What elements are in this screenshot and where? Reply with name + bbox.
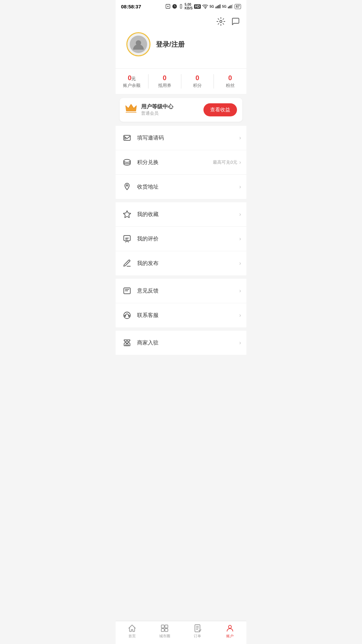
- points-exchange-chevron: ›: [239, 159, 241, 165]
- menu-group-2: 我的收藏 › 我的评价 › 我的发布 ›: [116, 202, 246, 275]
- view-earnings-button[interactable]: 查看收益: [203, 103, 237, 116]
- balance-label: 账户余额: [123, 83, 140, 89]
- menu-item-merchant[interactable]: 商家入驻 ›: [116, 331, 246, 355]
- favorites-chevron: ›: [239, 211, 241, 217]
- svg-rect-25: [165, 629, 168, 632]
- service-icon: [121, 309, 133, 321]
- svg-rect-24: [162, 629, 165, 632]
- svg-point-12: [220, 20, 222, 23]
- menu-item-reviews[interactable]: 我的评价 ›: [116, 227, 246, 251]
- feedback-icon: [121, 285, 133, 297]
- points-exchange-text: 积分兑换: [137, 159, 213, 166]
- balance-value: 0元: [128, 74, 136, 82]
- favorites-icon: [121, 208, 133, 220]
- status-icons: 5.00KB/S HD 5G 5G 67: [165, 3, 241, 10]
- publish-icon: [121, 257, 133, 269]
- header-icons: [121, 16, 241, 27]
- nav-label-circle: 城市圈: [159, 634, 170, 639]
- menu-item-service[interactable]: 联系客服 ›: [116, 303, 246, 327]
- svg-point-3: [205, 8, 206, 9]
- vip-subtitle: 普通会员: [141, 110, 173, 116]
- svg-rect-2: [180, 4, 182, 8]
- vip-card: 用户等级中心 普通会员 查看收益: [120, 98, 242, 122]
- menu-group-1: 填写邀请码 › 积分兑换 最高可兑0元 › 收货地址 ›: [116, 126, 246, 199]
- coupon-label: 抵用券: [158, 83, 171, 89]
- address-text: 收货地址: [137, 183, 239, 191]
- merchant-chevron: ›: [239, 340, 241, 346]
- vip-left: 用户等级中心 普通会员: [125, 103, 173, 116]
- settings-button[interactable]: [216, 16, 226, 27]
- service-text: 联系客服: [137, 312, 239, 319]
- nav-item-circle[interactable]: 城市圈: [148, 624, 181, 639]
- crown-icon: [125, 104, 137, 116]
- svg-rect-6: [218, 5, 219, 8]
- vip-card-wrapper: 用户等级中心 普通会员 查看收益: [116, 94, 246, 126]
- profile-section: 登录/注册: [121, 32, 241, 63]
- nav-item-account[interactable]: 账户: [214, 624, 247, 639]
- svg-rect-22: [162, 625, 165, 628]
- stat-coupon[interactable]: 0 抵用券: [148, 74, 181, 89]
- publish-chevron: ›: [239, 260, 241, 266]
- svg-rect-10: [231, 5, 232, 8]
- reviews-text: 我的评价: [137, 235, 239, 243]
- invite-chevron: ›: [239, 135, 241, 141]
- stat-fans[interactable]: 0 粉丝: [214, 74, 246, 89]
- vip-info: 用户等级中心 普通会员: [141, 103, 173, 116]
- reviews-icon: [121, 233, 133, 245]
- invite-text: 填写邀请码: [137, 135, 239, 142]
- status-time: 08:58:37: [121, 4, 141, 9]
- svg-rect-23: [165, 625, 168, 628]
- address-icon: [121, 181, 133, 193]
- coupon-value: 0: [163, 74, 167, 82]
- svg-rect-11: [232, 4, 233, 8]
- header: 登录/注册: [116, 13, 246, 68]
- svg-rect-7: [220, 4, 221, 8]
- invite-icon: [121, 132, 133, 144]
- message-button[interactable]: [230, 16, 241, 27]
- points-value: 0: [195, 74, 199, 82]
- nav-item-order[interactable]: 订单: [181, 624, 214, 639]
- points-label: 积分: [193, 83, 202, 89]
- svg-marker-17: [123, 211, 131, 218]
- status-bar: 08:58:37 5.00KB/S HD 5G 5G 67: [116, 0, 246, 13]
- stat-points[interactable]: 0 积分: [181, 74, 214, 89]
- nav-label-account: 账户: [226, 634, 234, 639]
- favorites-text: 我的收藏: [137, 211, 239, 218]
- menu-item-publish[interactable]: 我的发布 ›: [116, 251, 246, 275]
- svg-rect-5: [217, 6, 218, 8]
- svg-point-16: [126, 185, 128, 186]
- points-exchange-icon: [121, 156, 133, 168]
- avatar-icon: [130, 36, 147, 53]
- fans-label: 粉丝: [226, 83, 235, 89]
- login-button[interactable]: 登录/注册: [156, 40, 185, 49]
- menu-group-3: 意见反馈 › 联系客服 ›: [116, 279, 246, 327]
- svg-rect-21: [126, 344, 128, 345]
- publish-text: 我的发布: [137, 260, 239, 267]
- stats-row: 0元 账户余额 0 抵用券 0 积分 0 粉丝: [116, 68, 246, 94]
- stat-balance[interactable]: 0元 账户余额: [116, 74, 148, 89]
- svg-rect-9: [229, 6, 230, 8]
- vip-title: 用户等级中心: [141, 103, 173, 110]
- merchant-icon: [121, 337, 133, 349]
- menu-item-points-exchange[interactable]: 积分兑换 最高可兑0元 ›: [116, 150, 246, 175]
- merchant-text: 商家入驻: [137, 339, 239, 346]
- fans-value: 0: [228, 74, 232, 82]
- svg-point-15: [124, 159, 130, 162]
- svg-rect-4: [216, 7, 217, 8]
- svg-rect-8: [228, 7, 229, 8]
- nav-label-order: 订单: [194, 634, 201, 639]
- svg-point-27: [229, 625, 232, 628]
- feedback-chevron: ›: [239, 288, 241, 294]
- points-exchange-hint: 最高可兑0元: [213, 159, 237, 165]
- menu-group-4: 商家入驻 ›: [116, 331, 246, 355]
- bottom-nav: 首页 城市圈 订单 账户: [116, 621, 246, 644]
- nav-item-home[interactable]: 首页: [116, 624, 148, 639]
- nav-label-home: 首页: [128, 634, 136, 639]
- avatar[interactable]: [126, 32, 150, 56]
- feedback-text: 意见反馈: [137, 287, 239, 294]
- menu-item-address[interactable]: 收货地址 ›: [116, 175, 246, 199]
- address-chevron: ›: [239, 184, 241, 190]
- menu-item-favorites[interactable]: 我的收藏 ›: [116, 202, 246, 227]
- menu-item-feedback[interactable]: 意见反馈 ›: [116, 279, 246, 303]
- menu-item-invite[interactable]: 填写邀请码 ›: [116, 126, 246, 150]
